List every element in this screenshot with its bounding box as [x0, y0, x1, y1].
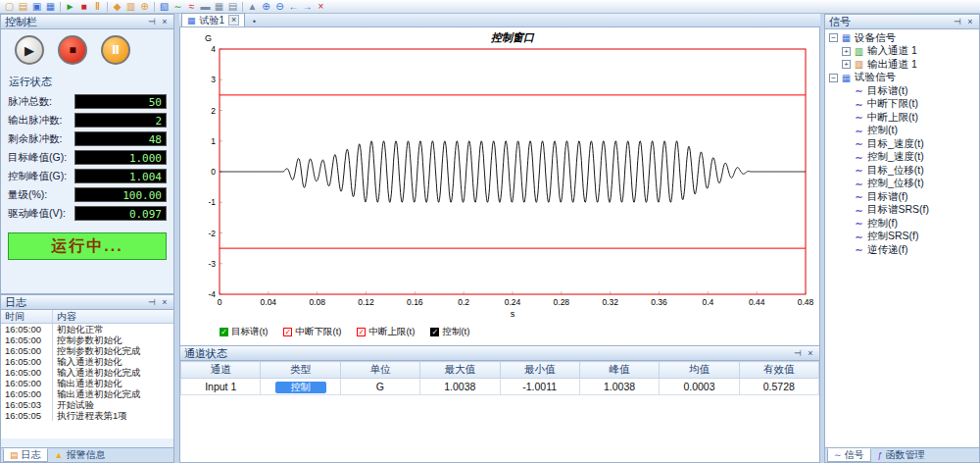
time-signal-icon[interactable]: ∼	[172, 1, 184, 13]
status-fields: 脉冲总数:50输出脉冲数:2剩余脉冲数:48目标峰值(G):1.000控制峰值(…	[1, 92, 173, 223]
redo-icon[interactable]: →	[301, 1, 314, 13]
tree-item[interactable]: ∼目标_速度(t)	[825, 137, 979, 151]
pause-button[interactable]: Ⅱ	[101, 35, 130, 65]
tree-item-label: 控制(t)	[867, 124, 898, 137]
signal-icon: ∼	[854, 232, 864, 242]
device-manager-icon[interactable]: ▥	[124, 1, 137, 13]
pause-test-icon[interactable]: Ⅱ	[91, 1, 104, 13]
chart-area: 控制窗口Gs-4-3-2-10123400.040.080.120.160.20…	[179, 27, 820, 345]
pin-icon[interactable]: ⊣	[953, 17, 962, 26]
new-icon[interactable]: ▢	[3, 1, 16, 13]
close-icon[interactable]: ×	[160, 297, 170, 307]
log-row[interactable]: 16:05:03开始试验	[1, 399, 173, 410]
y-tick-label: 3	[211, 75, 216, 84]
tree-item[interactable]: ∼控制_速度(t)	[825, 151, 979, 165]
log-row[interactable]: 16:05:00输入通道初始化	[1, 356, 173, 367]
new-window-icon[interactable]: ▧	[158, 1, 171, 13]
legend-checkbox[interactable]: ✓	[283, 328, 292, 336]
tree-expander[interactable]: +	[842, 60, 851, 69]
close-icon[interactable]: ×	[965, 17, 975, 26]
log-row-content: 初始化正常	[53, 324, 108, 334]
log-panel: 日志 ⊣ × 时间 内容 16:05:00初始化正常16:05:00控制参数初始…	[0, 294, 174, 463]
open-icon[interactable]: ▤	[17, 1, 29, 13]
start-test-icon[interactable]: ►	[64, 1, 76, 13]
tab-日志[interactable]: ▤日志	[3, 448, 48, 462]
tab-close-icon[interactable]: ×	[228, 15, 239, 26]
signal-panel: 信号 ⊣ × −▦设备信号+▥输入通道 1+▥输出通道 1−▦试验信号∼目标谱(…	[824, 14, 980, 463]
legend-item[interactable]: ✓中断上限(t)	[357, 326, 415, 338]
layout-single-icon[interactable]: ▬	[199, 1, 212, 13]
tree-item[interactable]: −▦设备信号	[825, 31, 979, 45]
legend-item[interactable]: ✓控制(t)	[430, 326, 469, 338]
tab-报警信息[interactable]: ▲报警信息	[48, 448, 113, 462]
tree-expander[interactable]: −	[829, 33, 838, 42]
log-row[interactable]: 16:05:05执行进程表第1项	[1, 410, 173, 421]
close-icon[interactable]: ×	[806, 348, 815, 358]
layout-grid-icon[interactable]: ▤	[226, 1, 239, 13]
tab-信号[interactable]: ∼信号	[827, 448, 871, 462]
pin-icon[interactable]: ⊣	[147, 297, 157, 307]
tree-item[interactable]: ∼中断下限(t)	[825, 98, 979, 112]
tree-item[interactable]: ∼中断上限(t)	[825, 111, 979, 125]
channel-type-badge: 控制	[275, 382, 326, 393]
log-row[interactable]: 16:05:00输出通道初始化完成	[1, 388, 173, 399]
layout-split-icon[interactable]: ▦	[213, 1, 225, 13]
stop-test-icon[interactable]: ■	[77, 1, 90, 13]
zoom-in-icon[interactable]: ⊕	[260, 1, 272, 13]
channel-row[interactable]: Input 1控制G1.0038-1.00111.00380.00030.572…	[181, 379, 819, 395]
log-row[interactable]: 16:05:00控制参数初始化完成	[1, 345, 173, 356]
tab-label: 函数管理	[886, 448, 925, 462]
document-tab[interactable]: ▦ 试验1 ×	[181, 13, 245, 26]
legend-item[interactable]: ✓目标谱(t)	[220, 326, 268, 338]
tree-item[interactable]: ∼目标谱(t)	[825, 84, 979, 98]
connect-device-icon[interactable]: ◆	[111, 1, 123, 13]
legend-checkbox[interactable]: ✓	[357, 328, 366, 336]
log-row[interactable]: 16:05:00控制参数初始化	[1, 334, 173, 345]
x-tick-label: 0.12	[358, 297, 374, 307]
pin-icon[interactable]: ⊣	[147, 17, 157, 26]
y-tick-label: 4	[211, 44, 216, 54]
log-row-time: 16:05:00	[1, 367, 53, 378]
log-row[interactable]: 16:05:00初始化正常	[1, 324, 173, 334]
tree-item[interactable]: ∼控制(t)	[825, 125, 979, 138]
start-button[interactable]: ▶	[15, 35, 44, 65]
legend-item[interactable]: ✓中断下限(t)	[283, 326, 341, 338]
tree-item[interactable]: ∼控制(f)	[825, 217, 979, 231]
tree-expander[interactable]: +	[842, 47, 851, 56]
tree-item-label: 控制_速度(t)	[867, 150, 924, 164]
save-icon[interactable]: ▣	[30, 1, 43, 13]
tree-item[interactable]: ∼逆传递(f)	[825, 243, 979, 257]
cursor-icon[interactable]: ▲	[246, 1, 259, 13]
tree-item[interactable]: −▦试验信号	[825, 72, 979, 85]
channel-cell: G	[340, 379, 419, 395]
tree-item[interactable]: ∼控制_位移(t)	[825, 178, 979, 191]
legend-checkbox[interactable]: ✓	[430, 328, 439, 336]
close-icon[interactable]: ×	[160, 17, 170, 26]
log-row-content: 输出通道初始化	[53, 378, 126, 388]
tab-menu-icon[interactable]: ▪	[249, 16, 260, 26]
pin-icon[interactable]: ⊣	[793, 348, 803, 358]
signal-icon: ∼	[854, 112, 864, 123]
stop-button[interactable]: ■	[58, 35, 87, 65]
tree-item[interactable]: +▥输出通道 1	[825, 58, 979, 72]
legend-checkbox[interactable]: ✓	[220, 328, 228, 336]
calibration-icon[interactable]: ⊕	[138, 1, 151, 13]
log-row[interactable]: 16:05:00输入通道初始化完成	[1, 367, 173, 378]
tree-item[interactable]: +▥输入通道 1	[825, 45, 979, 59]
tree-item[interactable]: ∼目标谱(f)	[825, 190, 979, 204]
tree-item[interactable]: ∼控制SRS(f)	[825, 231, 979, 244]
exit-icon[interactable]: ×	[315, 1, 327, 13]
channel-col-header: 类型	[261, 362, 340, 379]
save-all-icon[interactable]: ▦	[44, 1, 57, 13]
log-row[interactable]: 16:05:00输出通道初始化	[1, 378, 173, 388]
log-table-header: 时间 内容	[1, 310, 173, 324]
tree-item-label: 试验信号	[855, 71, 896, 84]
spectrum-icon[interactable]: ≈	[185, 1, 198, 13]
status-field-value: 1.000	[74, 150, 167, 165]
tree-item[interactable]: ∼目标谱SRS(f)	[825, 204, 979, 218]
zoom-out-icon[interactable]: ⊖	[273, 1, 286, 13]
tree-expander[interactable]: −	[829, 74, 838, 82]
tab-函数管理[interactable]: ƒ函数管理	[871, 448, 932, 462]
tree-item[interactable]: ∼目标_位移(t)	[825, 164, 979, 178]
undo-icon[interactable]: ←	[287, 1, 300, 13]
